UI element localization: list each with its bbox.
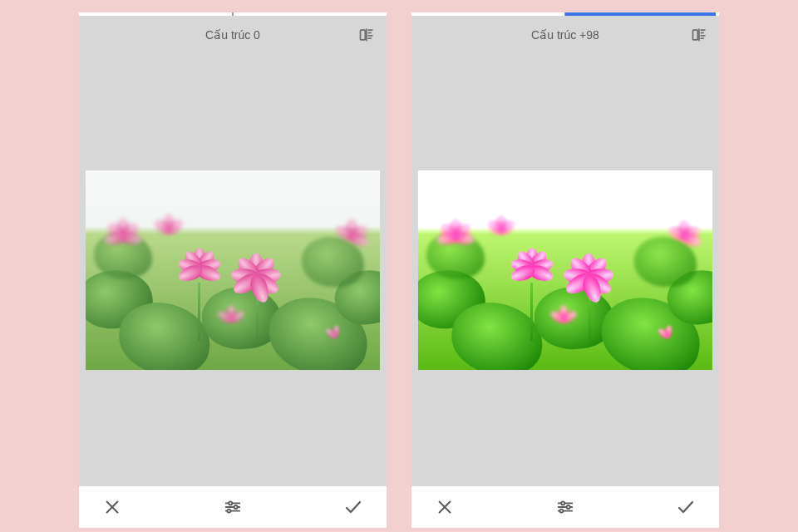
compare-button[interactable] bbox=[691, 27, 707, 43]
svg-point-23 bbox=[561, 501, 564, 505]
adjust-button[interactable] bbox=[221, 495, 244, 519]
cancel-button[interactable] bbox=[101, 495, 124, 519]
sliders-icon bbox=[556, 498, 574, 516]
confirm-button[interactable] bbox=[342, 495, 365, 519]
cancel-button[interactable] bbox=[433, 495, 456, 519]
edited-photo bbox=[86, 170, 380, 370]
svg-point-9 bbox=[229, 501, 232, 505]
svg-point-13 bbox=[227, 510, 230, 513]
svg-point-27 bbox=[559, 510, 563, 513]
image-canvas[interactable] bbox=[411, 54, 719, 486]
image-canvas[interactable] bbox=[79, 54, 387, 486]
compare-button[interactable] bbox=[358, 27, 375, 43]
edited-photo bbox=[418, 170, 712, 370]
check-icon bbox=[343, 497, 363, 517]
sliders-icon bbox=[224, 498, 242, 516]
check-icon bbox=[676, 497, 696, 517]
svg-point-25 bbox=[567, 505, 570, 509]
editor-header: Cấu trúc +98 bbox=[411, 16, 719, 54]
svg-rect-14 bbox=[693, 30, 698, 40]
close-icon bbox=[436, 498, 454, 516]
confirm-button[interactable] bbox=[674, 495, 697, 519]
svg-point-11 bbox=[234, 505, 238, 509]
parameter-label: Cấu trúc 0 bbox=[205, 28, 260, 42]
editor-toolbar bbox=[79, 486, 387, 528]
compare-icon bbox=[358, 27, 375, 43]
close-icon bbox=[103, 498, 121, 516]
editor-panel-left: Cấu trúc 0 bbox=[79, 12, 387, 528]
editor-header: Cấu trúc 0 bbox=[79, 16, 387, 54]
svg-rect-0 bbox=[361, 30, 366, 40]
adjust-button[interactable] bbox=[554, 495, 577, 519]
compare-icon bbox=[691, 27, 707, 43]
editor-toolbar bbox=[411, 486, 719, 528]
parameter-label: Cấu trúc +98 bbox=[531, 28, 599, 42]
editor-panel-right: Cấu trúc +98 bbox=[411, 12, 719, 528]
